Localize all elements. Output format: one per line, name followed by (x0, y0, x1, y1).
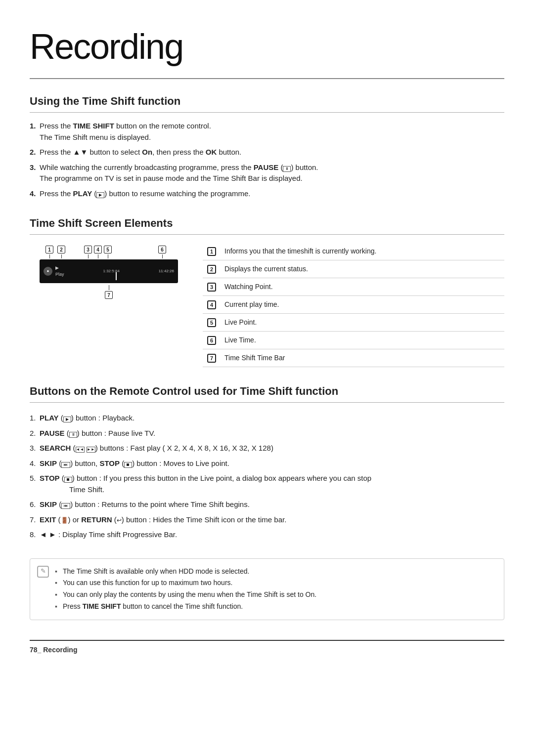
fwd-icon: ►► (87, 447, 95, 453)
section3-title: Buttons on the Remote Control used for T… (30, 383, 504, 403)
diagram-circle-icon: ● (44, 267, 52, 276)
screen-elements-layout: 1 2 3 4 5 (30, 243, 504, 367)
section-buttons: Buttons on the Remote Control used for T… (30, 383, 504, 543)
step-4: Press the PLAY (▶) button to resume watc… (30, 188, 504, 200)
diagram-play-text: ▶ (55, 265, 59, 272)
stop-icon: ⏹ (124, 462, 132, 468)
elements-table: 1 Informs you that the timeshift is curr… (203, 243, 504, 367)
note-icon: ✎ (37, 566, 49, 578)
btn6-skip: SKIP (40, 500, 57, 508)
badge-1: 1 (45, 246, 53, 253)
section2-title: Time Shift Screen Elements (30, 215, 504, 235)
btn4-skip: SKIP (40, 459, 57, 467)
diagram-time-left: 1:32:5:84 (68, 268, 155, 274)
diag-label-3: 3 (84, 246, 92, 258)
time-bar-marker (116, 272, 117, 280)
rew-icon: ◄◄ (76, 447, 85, 453)
btn-item-1: PLAY (▶) button : Playback. (30, 411, 504, 426)
element-row-7: 7 Time Shift Time Bar (203, 349, 504, 367)
stop2-icon: ⏹ (64, 477, 72, 483)
note-box: ✎ The Time Shift is available only when … (30, 558, 504, 620)
badge-7: 7 (105, 291, 113, 299)
note-item-3: You can only play the contents by using … (55, 589, 496, 601)
badge-3: 3 (84, 246, 92, 253)
elem-badge-2: 2 (207, 265, 216, 274)
elem-badge-1: 1 (207, 247, 216, 256)
diag-label-4: 4 (94, 246, 102, 258)
elem-desc-6: Live Time. (221, 332, 504, 349)
diagram-time-right: 11:42:26 (159, 268, 174, 274)
step3-sub: The programme on TV is set in pause mode… (40, 174, 303, 182)
element-row-6: 6 Live Time. (203, 332, 504, 349)
element-row-4: 4 Current play time. (203, 296, 504, 314)
section1-title: Using the Time Shift function (30, 93, 504, 113)
diag-label-1: 1 (45, 246, 53, 258)
btn5-sub: Time Shift. (40, 485, 104, 494)
button-list: PLAY (▶) button : Playback. PAUSE (⏸) bu… (30, 411, 504, 543)
diagram-play-label: Play (55, 271, 64, 278)
element-row-1: 1 Informs you that the timeshift is curr… (203, 243, 504, 260)
section-time-shift-function: Using the Time Shift function Press the … (30, 93, 504, 199)
step4-bold-play: PLAY (73, 189, 92, 198)
diag-label-5: 5 (104, 246, 112, 258)
step2-bold-ok: OK (206, 148, 217, 156)
return-icon: ↩ (117, 517, 122, 524)
btn-item-8: ◄ ► : Display Time shift Progressive Bar… (30, 527, 504, 543)
elem-badge-5: 5 (207, 318, 216, 327)
play-icon: ▶ (63, 417, 71, 422)
step-3: While watching the currently broadcastin… (30, 162, 504, 184)
elem-desc-3: Watching Point. (221, 278, 504, 296)
step-1: Press the TIME SHIFT button on the remot… (30, 121, 504, 143)
skip-back-icon: ⏮ (61, 503, 70, 509)
step3-bold-pause: PAUSE (254, 163, 279, 171)
btn-item-2: PAUSE (⏸) button : Pause live TV. (30, 426, 504, 441)
btn7-return: RETURN (81, 515, 112, 524)
note-list: The Time Shift is available only when HD… (55, 566, 496, 613)
btn-item-4: SKIP (⏭) button, STOP (⏹) button : Moves… (30, 456, 504, 471)
btn1-bold: PLAY (40, 414, 59, 422)
btn-item-3: SEARCH (◄◄ ►►) buttons : Fast play ( X 2… (30, 441, 504, 456)
diagram-inner: ● ▶ Play 1:32:5:84 11:42:26 (44, 265, 174, 278)
page-footer: 78_ Recording (30, 640, 504, 655)
screen-diagram: 1 2 3 4 5 (30, 243, 188, 299)
elem-badge-6: 6 (207, 336, 216, 345)
diag-label-7: 7 (105, 285, 113, 299)
btn5-stop: STOP (40, 474, 60, 482)
badge-2: 2 (57, 246, 65, 253)
element-row-2: 2 Displays the current status. (203, 260, 504, 278)
element-row-3: 3 Watching Point. (203, 278, 504, 296)
btn7-exit: EXIT (40, 515, 56, 524)
footer-text: 78_ Recording (30, 646, 77, 654)
diag-label-2: 2 (57, 246, 65, 258)
element-row-5: 5 Live Point. (203, 314, 504, 332)
elem-badge-4: 4 (207, 300, 216, 309)
btn-item-7: EXIT (🚪) or RETURN (↩) button : Hides th… (30, 512, 504, 528)
note-item-1: The Time Shift is available only when HD… (55, 566, 496, 578)
elem-badge-3: 3 (207, 283, 216, 292)
step-2: Press the ▲▼ button to select On, then p… (30, 147, 504, 158)
btn-item-6: SKIP (⏮) button : Returns to the point w… (30, 497, 504, 512)
diag-label-6: 6 (158, 246, 166, 258)
note-item-4: Press TIME SHIFT button to cancel the Ti… (55, 601, 496, 613)
btn-item-5: STOP (⏹) button : If you press this butt… (30, 471, 504, 497)
skip-fwd-icon: ⏭ (61, 462, 70, 468)
elem-desc-1: Informs you that the timeshift is curren… (221, 243, 504, 260)
btn4-stop: STOP (99, 459, 120, 467)
diagram-bar: ● ▶ Play 1:32:5:84 11:42:26 (40, 259, 178, 283)
badge-6: 6 (158, 246, 166, 253)
elem-badge-7: 7 (207, 354, 216, 363)
elem-desc-4: Current play time. (221, 296, 504, 314)
diagram-top-labels: 1 2 3 4 5 (40, 243, 178, 258)
elem-desc-2: Displays the current status. (221, 260, 504, 278)
page-title: Recording (30, 20, 504, 79)
time-shift-steps: Press the TIME SHIFT button on the remot… (30, 121, 504, 199)
step1-bold: TIME SHIFT (73, 122, 114, 130)
btn3-bold: SEARCH (40, 444, 71, 452)
note-bold-timeshift: TIME SHIFT (83, 602, 121, 610)
badge-5: 5 (104, 246, 112, 253)
section-screen-elements: Time Shift Screen Elements 1 2 3 (30, 215, 504, 367)
badge-4: 4 (94, 246, 102, 253)
exit-icon: 🚪 (61, 517, 68, 524)
step2-bold-on: On (142, 148, 152, 156)
elem-desc-5: Live Point. (221, 314, 504, 332)
